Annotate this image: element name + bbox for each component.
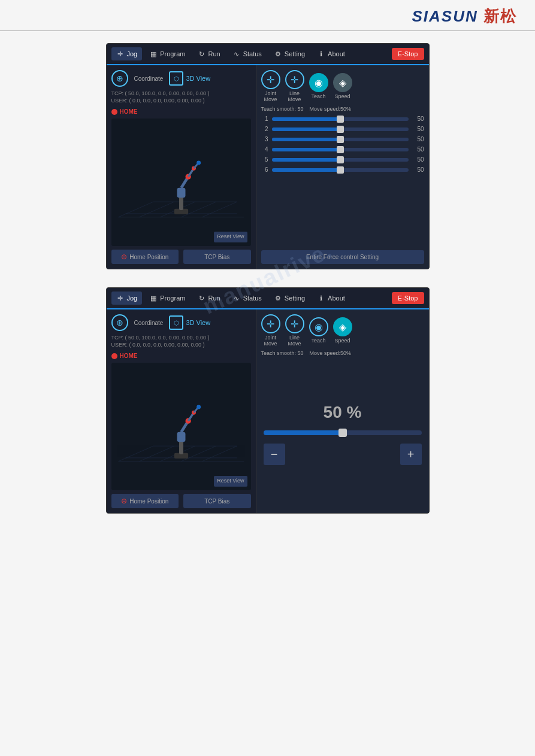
3d-label-1: 3D View [186, 75, 210, 82]
slider-thumb-5[interactable] [337, 156, 344, 163]
home-badge-2: HOME [111, 353, 251, 359]
home-position-btn-2[interactable]: ⊖ Home Position [111, 494, 179, 508]
line-move-btn-1[interactable]: ✛ LineMove [285, 70, 304, 102]
nav-label-about-1: About [328, 50, 345, 57]
emergency-button-2[interactable]: E-Stop [392, 292, 424, 304]
slider-row-6: 6 50 [261, 166, 424, 173]
joint-move-btn-2[interactable]: ✛ JointMove [261, 314, 280, 347]
tcp-bias-btn-1[interactable]: TCP Bias [183, 250, 251, 264]
home-position-btn-1[interactable]: ⊖ Home Position [111, 250, 179, 264]
reset-view-btn-1[interactable]: Reset View [214, 232, 247, 242]
view-3d-btn-1[interactable]: ⬡ 3D View [169, 71, 210, 86]
speed-minus-btn[interactable]: − [264, 444, 285, 465]
run-icon-2: ↻ [197, 294, 205, 302]
slider-row-5: 5 50 [261, 156, 424, 163]
slider-row-3: 3 50 [261, 136, 424, 142]
nav-item-program-2[interactable]: ▦ Program [144, 292, 190, 305]
3d-label-2: 3D View [186, 319, 210, 326]
slider-label-2: 2 [261, 126, 268, 132]
line-move-btn-2[interactable]: ✛ LineMove [285, 314, 304, 347]
slider-track-4[interactable] [272, 148, 409, 151]
line-move-icon-2: ✛ [285, 314, 304, 333]
teach-btn-1[interactable]: ◉ Teach [309, 73, 328, 99]
svg-rect-9 [179, 196, 183, 210]
slider-track-5[interactable] [272, 158, 409, 162]
force-control-btn-1[interactable]: Entire Force control Setting [261, 250, 424, 264]
status-icon-2: ∿ [232, 294, 241, 302]
slider-value-2: 50 [412, 126, 424, 132]
slider-label-5: 5 [261, 156, 268, 163]
svg-point-16 [197, 160, 201, 165]
nav-item-setting-1[interactable]: ⚙ Setting [269, 47, 310, 60]
nav-item-status-1[interactable]: ∿ Status [228, 47, 267, 60]
emergency-button-1[interactable]: E-Stop [392, 48, 424, 60]
slider-thumb-6[interactable] [337, 166, 344, 174]
coordinate-icon-2: ⊕ [111, 314, 128, 331]
speed-slider-thumb[interactable] [338, 429, 347, 437]
slider-thumb-4[interactable] [337, 146, 344, 153]
estop-label-2: E-Stop [398, 294, 418, 302]
right-panel-1: ✛ JointMove ✛ LineMove ◉ Teach ◈ [256, 65, 429, 269]
joint-move-btn-1[interactable]: ✛ JointMove [261, 70, 280, 102]
nav-label-status-1: Status [243, 50, 262, 57]
coord-bar-2: ⊕ Coordinate ⬡ 3D View [111, 314, 251, 331]
joint-move-label-1: JointMove [264, 90, 277, 102]
about-icon-1: ℹ [317, 50, 325, 58]
speed-btn-2[interactable]: ◈ Speed [333, 317, 352, 344]
reset-view-btn-2[interactable]: Reset View [214, 476, 247, 487]
user-info-2: USER: ( 0.0, 0.0, 0.0, 0.00, 0.00, 0.00 … [111, 342, 251, 348]
brand-chinese: 新松 [483, 7, 517, 25]
nav-item-program-1[interactable]: ▦ Program [144, 47, 190, 60]
speed-btn-1[interactable]: ◈ Speed [333, 73, 352, 99]
slider-track-1[interactable] [272, 117, 409, 121]
run-icon-1: ↻ [197, 50, 205, 58]
coord-bar-1: ⊕ Coordinate ⬡ 3D View [111, 70, 251, 87]
svg-line-20 [139, 446, 174, 462]
slider-fill-3 [272, 138, 340, 141]
slider-value-6: 50 [412, 166, 424, 173]
setting-icon-1: ⚙ [274, 50, 282, 58]
main-content-1: ⊕ Coordinate ⬡ 3D View TCP: ( 50.0, 100.… [107, 65, 429, 269]
svg-line-2 [118, 202, 153, 217]
nav-item-status-2[interactable]: ∿ Status [228, 292, 267, 305]
nav-item-run-1[interactable]: ↻ Run [192, 47, 225, 60]
svg-rect-27 [177, 432, 185, 442]
program-icon-2: ▦ [149, 294, 158, 302]
slider-thumb-1[interactable] [337, 116, 344, 123]
tcp-bias-btn-2[interactable]: TCP Bias [183, 494, 251, 508]
nav-label-about-2: About [328, 294, 345, 302]
nav-item-jog-2[interactable]: ✛ Jog [111, 292, 143, 305]
slider-track-3[interactable] [272, 138, 409, 141]
slider-thumb-3[interactable] [337, 136, 344, 143]
speed-plus-btn[interactable]: + [400, 444, 422, 465]
home-dot-1 [111, 109, 117, 115]
svg-rect-10 [177, 188, 185, 198]
nav-item-about-1[interactable]: ℹ About [312, 47, 350, 60]
speed-icon-2: ◈ [333, 317, 352, 336]
home-text-2: HOME [120, 353, 138, 359]
joint-move-label-2: JointMove [264, 335, 277, 347]
nav-item-jog-1[interactable]: ✛ Jog [111, 47, 143, 60]
nav-item-about-2[interactable]: ℹ About [312, 292, 350, 305]
slider-thumb-2[interactable] [337, 126, 344, 133]
slider-track-6[interactable] [272, 168, 409, 172]
about-icon-2: ℹ [317, 294, 325, 302]
teach-btn-2[interactable]: ◉ Teach [309, 317, 328, 344]
nav-item-setting-2[interactable]: ⚙ Setting [269, 292, 310, 305]
slider-track-2[interactable] [272, 127, 409, 131]
nav-item-run-2[interactable]: ↻ Run [192, 292, 225, 305]
slider-fill-2 [272, 127, 340, 131]
slider-label-6: 6 [261, 166, 268, 173]
nav-bar-1: ✛ Jog ▦ Program ↻ Run ∿ Status ⚙ Setti [107, 44, 429, 65]
program-icon-1: ▦ [149, 50, 158, 58]
speed-slider-track[interactable] [264, 430, 422, 435]
teach-icon-1: ◉ [309, 73, 328, 92]
jog-icon-1: ✛ [116, 50, 125, 58]
slider-fill-1 [272, 117, 340, 121]
screenshots-wrapper: manualrive. ✛ Jog ▦ Program ↻ Run ∿ [106, 43, 430, 514]
right-panel-2: ✛ JointMove ✛ LineMove ◉ Teach ◈ [256, 309, 429, 513]
line-move-icon-1: ✛ [285, 70, 304, 89]
slider-value-5: 50 [412, 156, 424, 163]
view-3d-btn-2[interactable]: ⬡ 3D View [169, 315, 210, 330]
svg-line-3 [139, 202, 174, 217]
